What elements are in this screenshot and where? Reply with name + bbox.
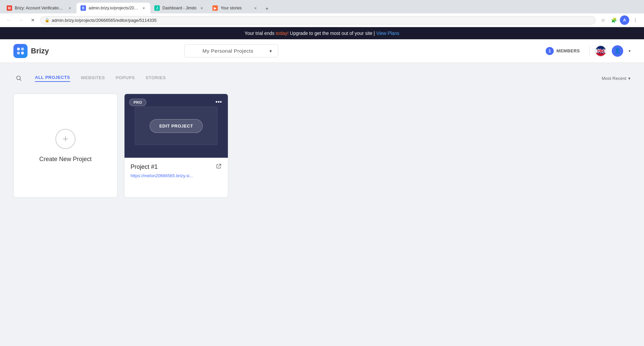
project-card-preview: PRO ••• EDIT PROJECT	[125, 94, 228, 158]
cards-grid: + Create New Project PRO ••• EDIT PROJEC…	[13, 94, 631, 198]
more-options-button[interactable]: •••	[213, 97, 225, 107]
browser-chrome: M Brizy: Account Verification - an... ✕ …	[0, 0, 644, 27]
filter-tab-popups[interactable]: POPUPS	[116, 75, 135, 82]
reload-button[interactable]: ✕	[28, 15, 38, 25]
tab-brizy[interactable]: B admin.brizy.io/projects/20666... ✕	[77, 3, 150, 13]
pro-badge: PRO	[129, 99, 146, 106]
main-content: ALL PROJECTS WEBSITES POPUPS STORIES Mos…	[0, 63, 644, 208]
user-dropdown-arrow: ▾	[629, 49, 631, 53]
tab-jimdo-close[interactable]: ✕	[199, 5, 204, 11]
filter-tab-websites[interactable]: WEBSITES	[81, 75, 105, 82]
svg-rect-2	[17, 52, 20, 54]
search-button[interactable]	[13, 73, 24, 84]
url-text: admin.brizy.io/projects/20666565/editor/…	[52, 18, 591, 23]
profile-button[interactable]: A	[620, 15, 629, 25]
user-icon: 👤	[614, 48, 621, 54]
svg-rect-0	[17, 48, 20, 50]
members-button[interactable]: 1 MEMBERS	[542, 45, 584, 57]
members-count: 1	[546, 47, 554, 55]
project-card[interactable]: PRO ••• EDIT PROJECT Project #1	[124, 94, 228, 198]
flag-icon: 🇬🇧	[596, 46, 606, 56]
logo[interactable]: Brizy	[13, 44, 49, 58]
trial-text-before: Your trial ends	[245, 31, 276, 36]
svg-line-6	[218, 164, 221, 166]
project-dropdown-label: My Personal Projects	[191, 48, 265, 54]
extensions-button[interactable]: 🧩	[609, 15, 618, 25]
browser-actions: ☆ 🧩 A ⋮	[598, 15, 640, 25]
project-card-title-row: Project #1	[131, 163, 222, 170]
back-button[interactable]: ←	[4, 15, 13, 25]
logo-icon	[13, 44, 28, 58]
tab-brizy-close[interactable]: ✕	[141, 5, 146, 11]
svg-rect-1	[21, 48, 24, 50]
svg-rect-3	[21, 52, 24, 54]
project-card-url[interactable]: https://melon20666565.brizy.si...	[131, 173, 193, 178]
view-plans-link[interactable]: View Plans	[376, 31, 399, 36]
dropdown-arrow-icon: ▾	[269, 48, 272, 54]
create-icon: +	[55, 129, 76, 149]
sort-arrow-icon: ▾	[628, 76, 631, 81]
tab-stories[interactable]: ▶ Your stories ✕	[208, 3, 262, 13]
stories-favicon: ▶	[212, 5, 218, 11]
app: Your trial ends today! Upgrade to get th…	[0, 27, 644, 346]
trial-text-after: Upgrade to get the most out of your site…	[290, 31, 376, 36]
sort-button[interactable]: Most Recent ▾	[602, 76, 631, 81]
forward-button[interactable]: →	[16, 15, 26, 25]
user-button[interactable]: 👤	[612, 45, 623, 57]
members-label: MEMBERS	[556, 48, 580, 53]
language-button[interactable]: 🇬🇧	[595, 45, 606, 57]
brizy-favicon: B	[81, 5, 86, 11]
external-link-icon[interactable]	[216, 163, 222, 170]
menu-button[interactable]: ⋮	[631, 15, 640, 25]
filter-bar: ALL PROJECTS WEBSITES POPUPS STORIES Mos…	[13, 73, 631, 84]
secure-icon: 🔒	[45, 18, 50, 22]
create-new-project-card[interactable]: + Create New Project	[13, 94, 117, 198]
tab-stories-close[interactable]: ✕	[253, 5, 258, 11]
project-card-title: Project #1	[131, 163, 158, 170]
header-divider	[589, 46, 590, 56]
tab-brizy-title: admin.brizy.io/projects/20666...	[89, 6, 138, 10]
project-selector: My Personal Projects ▾	[184, 44, 278, 57]
jimdo-favicon: J	[154, 5, 160, 11]
tab-gmail-title: Brizy: Account Verification - an...	[15, 6, 64, 10]
svg-line-5	[20, 80, 21, 81]
project-dropdown[interactable]: My Personal Projects ▾	[184, 44, 278, 57]
tab-bar: M Brizy: Account Verification - an... ✕ …	[0, 0, 644, 13]
project-card-info: Project #1 https://melon20666565.brizy.s…	[125, 158, 228, 184]
tab-jimdo[interactable]: J Dashboard - Jimdo ✕	[150, 3, 208, 13]
header-right: 1 MEMBERS 🇬🇧 👤 ▾	[542, 45, 631, 57]
plus-icon: +	[62, 134, 68, 144]
sort-label: Most Recent	[602, 76, 626, 81]
create-label: Create New Project	[39, 156, 92, 163]
new-tab-button[interactable]: +	[262, 4, 271, 13]
filter-tab-all[interactable]: ALL PROJECTS	[35, 75, 70, 82]
tab-gmail[interactable]: M Brizy: Account Verification - an... ✕	[3, 3, 77, 13]
edit-project-button[interactable]: EDIT PROJECT	[150, 119, 203, 133]
filter-tab-stories[interactable]: STORIES	[146, 75, 166, 82]
address-bar: ← → ✕ 🔒 admin.brizy.io/projects/20666565…	[0, 13, 644, 27]
trial-today: today!	[276, 31, 289, 36]
tab-gmail-close[interactable]: ✕	[67, 5, 72, 11]
svg-point-4	[17, 76, 20, 80]
bookmark-button[interactable]: ☆	[598, 15, 608, 25]
logo-text: Brizy	[31, 47, 49, 55]
trial-banner: Your trial ends today! Upgrade to get th…	[0, 27, 644, 39]
tab-jimdo-title: Dashboard - Jimdo	[162, 6, 196, 10]
app-header: Brizy My Personal Projects ▾ 1 MEMBERS 🇬…	[0, 39, 644, 63]
url-bar[interactable]: 🔒 admin.brizy.io/projects/20666565/edito…	[40, 16, 596, 24]
tab-stories-title: Your stories	[220, 6, 250, 10]
gmail-favicon: M	[7, 5, 12, 11]
